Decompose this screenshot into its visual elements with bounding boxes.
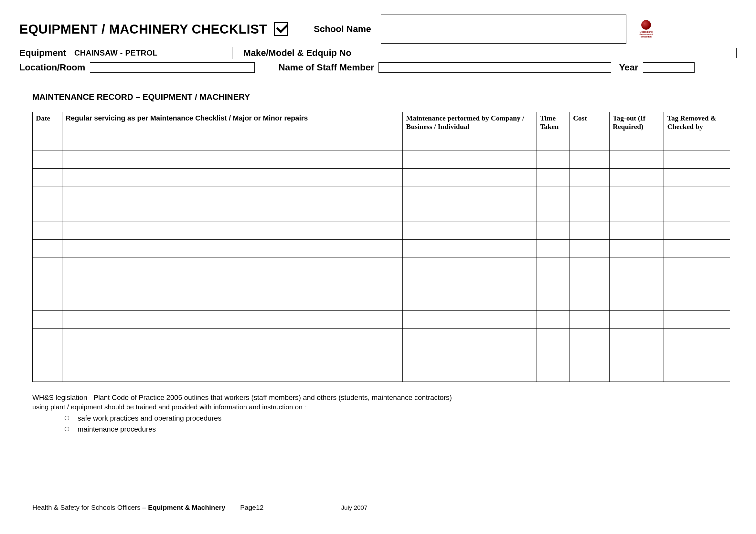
table-cell[interactable] <box>33 258 62 275</box>
table-cell[interactable] <box>570 346 609 364</box>
table-cell[interactable] <box>609 364 664 382</box>
table-cell[interactable] <box>33 346 62 364</box>
table-cell[interactable] <box>62 311 403 329</box>
table-cell[interactable] <box>536 222 570 240</box>
equipment-input[interactable]: CHAINSAW - PETROL <box>71 47 232 59</box>
table-cell[interactable] <box>536 240 570 258</box>
table-cell[interactable] <box>536 151 570 169</box>
table-cell[interactable] <box>403 364 536 382</box>
table-cell[interactable] <box>664 311 730 329</box>
table-cell[interactable] <box>33 187 62 204</box>
table-cell[interactable] <box>33 151 62 169</box>
table-cell[interactable] <box>664 222 730 240</box>
table-cell[interactable] <box>33 240 62 258</box>
table-cell[interactable] <box>609 293 664 311</box>
table-cell[interactable] <box>570 258 609 275</box>
table-cell[interactable] <box>536 187 570 204</box>
make-model-input[interactable] <box>356 48 737 58</box>
table-cell[interactable] <box>570 293 609 311</box>
table-cell[interactable] <box>33 222 62 240</box>
table-cell[interactable] <box>664 187 730 204</box>
table-cell[interactable] <box>570 329 609 346</box>
table-cell[interactable] <box>536 204 570 222</box>
table-cell[interactable] <box>664 258 730 275</box>
table-cell[interactable] <box>664 346 730 364</box>
table-cell[interactable] <box>403 346 536 364</box>
table-cell[interactable] <box>62 275 403 293</box>
table-cell[interactable] <box>403 293 536 311</box>
table-cell[interactable] <box>62 133 403 151</box>
table-cell[interactable] <box>570 364 609 382</box>
table-cell[interactable] <box>403 222 536 240</box>
table-cell[interactable] <box>570 133 609 151</box>
table-cell[interactable] <box>570 275 609 293</box>
table-cell[interactable] <box>403 151 536 169</box>
table-cell[interactable] <box>33 329 62 346</box>
table-cell[interactable] <box>33 311 62 329</box>
table-cell[interactable] <box>570 311 609 329</box>
table-cell[interactable] <box>403 275 536 293</box>
table-cell[interactable] <box>570 169 609 187</box>
table-cell[interactable] <box>33 293 62 311</box>
table-cell[interactable] <box>403 204 536 222</box>
table-cell[interactable] <box>609 151 664 169</box>
table-cell[interactable] <box>536 258 570 275</box>
table-cell[interactable] <box>664 364 730 382</box>
table-cell[interactable] <box>403 133 536 151</box>
table-cell[interactable] <box>62 258 403 275</box>
table-cell[interactable] <box>33 133 62 151</box>
table-cell[interactable] <box>536 275 570 293</box>
table-cell[interactable] <box>62 346 403 364</box>
table-cell[interactable] <box>609 329 664 346</box>
table-cell[interactable] <box>62 187 403 204</box>
table-cell[interactable] <box>609 275 664 293</box>
table-cell[interactable] <box>609 133 664 151</box>
table-cell[interactable] <box>536 293 570 311</box>
table-cell[interactable] <box>33 169 62 187</box>
staff-input[interactable] <box>378 62 611 73</box>
table-cell[interactable] <box>33 275 62 293</box>
table-cell[interactable] <box>536 364 570 382</box>
table-cell[interactable] <box>33 204 62 222</box>
table-cell[interactable] <box>664 169 730 187</box>
table-cell[interactable] <box>536 329 570 346</box>
table-cell[interactable] <box>664 204 730 222</box>
table-cell[interactable] <box>609 169 664 187</box>
table-cell[interactable] <box>403 329 536 346</box>
table-cell[interactable] <box>570 222 609 240</box>
table-cell[interactable] <box>62 329 403 346</box>
table-cell[interactable] <box>62 364 403 382</box>
table-cell[interactable] <box>536 346 570 364</box>
table-cell[interactable] <box>536 311 570 329</box>
table-cell[interactable] <box>609 311 664 329</box>
table-cell[interactable] <box>609 187 664 204</box>
table-cell[interactable] <box>403 187 536 204</box>
table-cell[interactable] <box>570 240 609 258</box>
table-cell[interactable] <box>664 151 730 169</box>
table-cell[interactable] <box>570 151 609 169</box>
year-input[interactable] <box>643 62 694 73</box>
table-cell[interactable] <box>664 293 730 311</box>
table-cell[interactable] <box>609 204 664 222</box>
table-cell[interactable] <box>403 169 536 187</box>
table-cell[interactable] <box>62 204 403 222</box>
table-cell[interactable] <box>570 204 609 222</box>
table-cell[interactable] <box>62 169 403 187</box>
table-cell[interactable] <box>664 329 730 346</box>
school-name-input[interactable] <box>381 14 626 44</box>
table-cell[interactable] <box>403 240 536 258</box>
table-cell[interactable] <box>403 311 536 329</box>
table-cell[interactable] <box>403 258 536 275</box>
table-cell[interactable] <box>536 169 570 187</box>
table-cell[interactable] <box>62 293 403 311</box>
table-cell[interactable] <box>536 133 570 151</box>
table-cell[interactable] <box>609 222 664 240</box>
table-cell[interactable] <box>609 258 664 275</box>
table-cell[interactable] <box>664 275 730 293</box>
table-cell[interactable] <box>664 133 730 151</box>
table-cell[interactable] <box>570 187 609 204</box>
table-cell[interactable] <box>609 240 664 258</box>
location-input[interactable] <box>90 62 255 73</box>
table-cell[interactable] <box>62 222 403 240</box>
table-cell[interactable] <box>62 151 403 169</box>
